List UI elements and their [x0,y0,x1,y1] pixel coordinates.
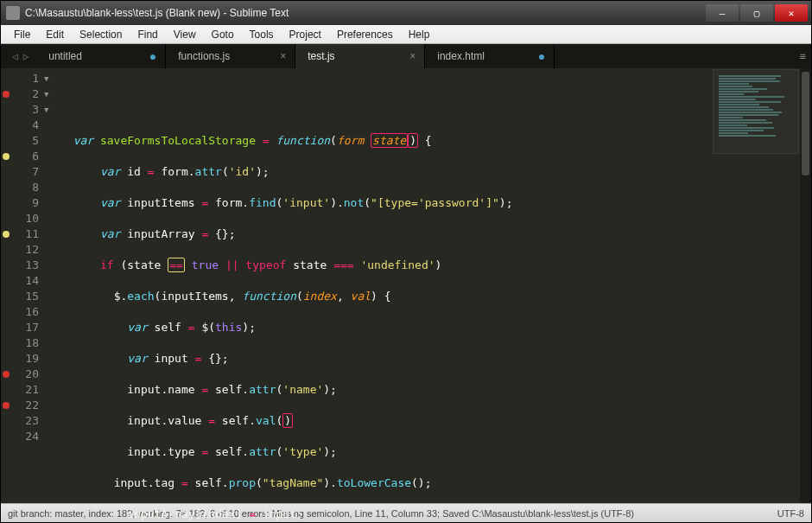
menu-find[interactable]: Find [130,29,165,41]
tab-label: test.js [308,50,334,62]
close-button[interactable]: ✕ [775,4,808,22]
tab-test[interactable]: test.js × [295,44,425,68]
dirty-indicator-icon: ● [538,49,545,63]
gutter-marker-icon [3,402,10,409]
tab-untitled[interactable]: untitled ● [36,44,166,68]
tab-index[interactable]: index.html ● [425,44,555,68]
code-area[interactable]: var saveFormsToLocalStorage = function(f… [54,68,811,503]
tab-label: functions.js [178,50,230,62]
menubar: File Edit Selection Find View Goto Tools… [1,25,811,44]
menu-project[interactable]: Project [282,29,329,41]
menu-edit[interactable]: Edit [38,29,72,41]
scrollbar-thumb[interactable] [802,72,809,175]
gutter-markers [1,68,10,503]
tabstrip: ◁ ▷ untitled ● functions.js × test.js × … [1,44,811,68]
tab-nav-forward-icon[interactable]: ▷ [23,51,29,62]
menu-preferences[interactable]: Preferences [329,29,401,41]
maximize-button[interactable]: ▢ [740,4,773,22]
tab-close-icon[interactable]: × [280,50,286,62]
window-title: C:\Masaustu\blank-less\test.js (Blank ne… [25,7,704,19]
tab-close-icon[interactable]: × [409,50,416,62]
app-icon [6,6,20,20]
editor[interactable]: 123456789101112131415161718192021222324 … [1,68,811,503]
tab-nav-back-icon[interactable]: ◁ [12,51,18,62]
menu-goto[interactable]: Goto [204,29,242,41]
menu-tools[interactable]: Tools [242,29,282,41]
tab-functions[interactable]: functions.js × [166,44,295,68]
gutter-marker-icon [3,371,10,378]
menu-help[interactable]: Help [401,29,438,41]
tab-label: index.html [437,50,485,62]
tab-overflow-icon[interactable]: ≡ [794,44,811,68]
menu-view[interactable]: View [166,29,204,41]
scrollbar-vertical[interactable] [800,68,811,503]
menu-selection[interactable]: Selection [72,29,130,41]
menu-file[interactable]: File [6,29,38,41]
minimap[interactable] [713,69,799,154]
tab-label: untitled [48,50,82,62]
minimize-button[interactable]: — [706,4,739,22]
gutter-fold: ▼▼▼ [44,68,54,503]
gutter-line-numbers: 123456789101112131415161718192021222324 [10,68,44,503]
gutter-marker-icon [3,153,10,160]
titlebar: C:\Masaustu\blank-less\test.js (Blank ne… [1,1,811,25]
dirty-indicator-icon: ● [149,49,156,63]
gutter-marker-icon [3,91,10,98]
gutter-marker-icon [3,231,10,238]
